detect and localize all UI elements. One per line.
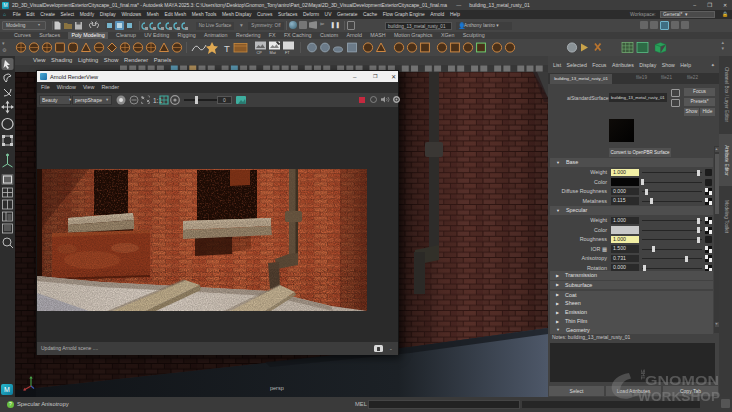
svg-text:Mat: Mat <box>270 51 277 55</box>
svg-text:T: T <box>224 43 230 54</box>
svg-text:CP: CP <box>257 51 263 55</box>
svg-text:GNOMON: GNOMON <box>645 373 719 388</box>
svg-text:FT: FT <box>285 51 290 55</box>
svg-text:WORKSHOP: WORKSHOP <box>638 389 720 404</box>
